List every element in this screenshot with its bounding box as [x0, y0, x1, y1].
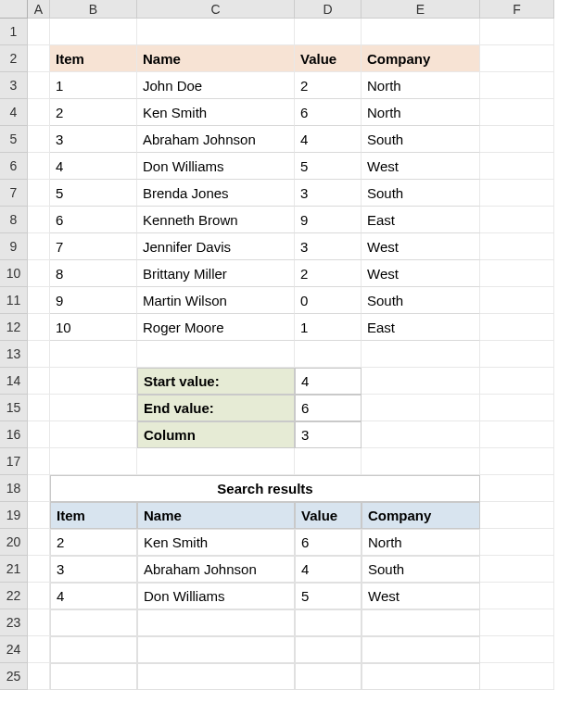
cell[interactable] — [480, 368, 554, 395]
results-cell[interactable]: 2 — [50, 529, 137, 556]
col-header-F[interactable]: F — [480, 0, 554, 19]
cell[interactable] — [295, 448, 362, 475]
cell[interactable] — [480, 395, 554, 421]
results-cell[interactable] — [362, 636, 480, 663]
results-cell[interactable]: North — [362, 529, 480, 556]
cell[interactable] — [362, 448, 480, 475]
cell[interactable] — [28, 475, 50, 502]
table1-cell[interactable]: North — [362, 72, 480, 99]
table1-cell[interactable]: Martin Wilson — [137, 287, 295, 314]
table1-cell[interactable]: 0 — [295, 287, 362, 314]
table1-cell[interactable]: 1 — [50, 72, 137, 99]
table1-cell[interactable]: West — [362, 260, 480, 287]
cell[interactable] — [362, 368, 480, 395]
results-cell[interactable]: Abraham Johnson — [137, 556, 295, 583]
row-header-19[interactable]: 19 — [0, 502, 28, 529]
cell[interactable] — [28, 180, 50, 207]
row-header-15[interactable]: 15 — [0, 395, 28, 421]
table1-cell[interactable]: 6 — [295, 99, 362, 126]
row-header-13[interactable]: 13 — [0, 341, 28, 368]
results-cell[interactable]: 5 — [295, 583, 362, 609]
cell[interactable] — [480, 502, 554, 529]
results-cell[interactable]: Ken Smith — [137, 529, 295, 556]
cell[interactable] — [28, 395, 50, 421]
results-cell[interactable]: Don Williams — [137, 583, 295, 609]
cell[interactable] — [137, 19, 295, 45]
table1-cell[interactable]: South — [362, 287, 480, 314]
results-cell[interactable]: South — [362, 556, 480, 583]
table1-cell[interactable]: 9 — [50, 287, 137, 314]
param-value[interactable]: 4 — [295, 368, 362, 395]
cell[interactable] — [28, 609, 50, 636]
cell[interactable] — [28, 448, 50, 475]
cell[interactable] — [50, 448, 137, 475]
row-header-12[interactable]: 12 — [0, 314, 28, 341]
cell[interactable] — [28, 45, 50, 72]
row-header-14[interactable]: 14 — [0, 368, 28, 395]
cell[interactable] — [480, 314, 554, 341]
cell[interactable] — [480, 287, 554, 314]
cell[interactable] — [480, 99, 554, 126]
cell[interactable] — [480, 663, 554, 690]
cell[interactable] — [28, 153, 50, 180]
table1-cell[interactable]: 5 — [50, 180, 137, 207]
cell[interactable] — [28, 233, 50, 260]
table1-cell[interactable]: John Doe — [137, 72, 295, 99]
results-cell[interactable]: West — [362, 583, 480, 609]
results-cell[interactable] — [137, 663, 295, 690]
row-header-18[interactable]: 18 — [0, 475, 28, 502]
row-header-10[interactable]: 10 — [0, 260, 28, 287]
param-value[interactable]: 3 — [295, 421, 362, 448]
cell[interactable] — [480, 260, 554, 287]
col-header-D[interactable]: D — [295, 0, 362, 19]
cell[interactable] — [480, 636, 554, 663]
cell[interactable] — [362, 341, 480, 368]
cell[interactable] — [480, 72, 554, 99]
table1-cell[interactable]: 2 — [295, 72, 362, 99]
cell[interactable] — [28, 583, 50, 609]
row-header-25[interactable]: 25 — [0, 663, 28, 690]
cell[interactable] — [362, 395, 480, 421]
row-header-4[interactable]: 4 — [0, 99, 28, 126]
cell[interactable] — [137, 341, 295, 368]
row-header-24[interactable]: 24 — [0, 636, 28, 663]
cell[interactable] — [50, 341, 137, 368]
row-header-23[interactable]: 23 — [0, 609, 28, 636]
table1-cell[interactable]: 7 — [50, 233, 137, 260]
row-header-7[interactable]: 7 — [0, 180, 28, 207]
row-header-11[interactable]: 11 — [0, 287, 28, 314]
table1-cell[interactable]: Kenneth Brown — [137, 207, 295, 233]
table1-cell[interactable]: 3 — [295, 233, 362, 260]
row-header-3[interactable]: 3 — [0, 72, 28, 99]
results-cell[interactable]: 3 — [50, 556, 137, 583]
col-header-E[interactable]: E — [362, 0, 480, 19]
cell[interactable] — [480, 45, 554, 72]
table1-cell[interactable]: 9 — [295, 207, 362, 233]
row-header-5[interactable]: 5 — [0, 126, 28, 153]
table1-cell[interactable]: 2 — [295, 260, 362, 287]
cell[interactable] — [362, 421, 480, 448]
col-header-A[interactable]: A — [28, 0, 50, 19]
results-cell[interactable] — [50, 663, 137, 690]
table1-cell[interactable]: 5 — [295, 153, 362, 180]
table1-cell[interactable]: Brenda Jones — [137, 180, 295, 207]
results-cell[interactable] — [50, 609, 137, 636]
row-header-21[interactable]: 21 — [0, 556, 28, 583]
row-header-22[interactable]: 22 — [0, 583, 28, 609]
spreadsheet-grid[interactable]: ABCDEF1234567891011121314151617181920212… — [0, 0, 571, 690]
cell[interactable] — [480, 609, 554, 636]
cell[interactable] — [28, 287, 50, 314]
table1-cell[interactable]: West — [362, 233, 480, 260]
table1-cell[interactable]: 4 — [295, 126, 362, 153]
col-header-C[interactable]: C — [137, 0, 295, 19]
results-cell[interactable] — [50, 636, 137, 663]
row-header-9[interactable]: 9 — [0, 233, 28, 260]
results-cell[interactable] — [295, 636, 362, 663]
table1-cell[interactable]: 8 — [50, 260, 137, 287]
cell[interactable] — [480, 126, 554, 153]
cell[interactable] — [480, 475, 554, 502]
table1-cell[interactable]: South — [362, 126, 480, 153]
row-header-17[interactable]: 17 — [0, 448, 28, 475]
cell[interactable] — [480, 207, 554, 233]
table1-cell[interactable]: 1 — [295, 314, 362, 341]
